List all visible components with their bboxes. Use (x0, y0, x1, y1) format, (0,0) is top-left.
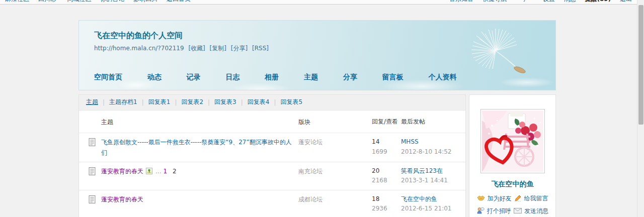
main-content: 主题 | 主题存档1 | 回复表1 | 回复表2 | 回复表3 | 回复表4 |… (78, 94, 556, 217)
table-row: 飞鱼原创散文-----最后一件救生衣-----祭奠蓬安“9、27”翻沉事故中的人… (79, 133, 465, 162)
topbar-notifications[interactable]: 提醒(89) (585, 0, 611, 3)
table-row: 蓬安教育的春天...12 南充论坛 20 2168 笑看风云123在 2013-… (79, 162, 465, 189)
say-hi-link[interactable]: 打个招呼 (487, 207, 511, 215)
rss-link[interactable]: [RSS] (252, 45, 269, 52)
add-friend-link[interactable]: 加为好友 (488, 194, 512, 203)
reply-count: 20 (372, 166, 401, 176)
topbar-logout[interactable]: 退出 (620, 0, 632, 3)
page-link[interactable]: 1 (163, 168, 167, 175)
space-url: http://home.mala.cn/?702119 (94, 45, 184, 52)
thread-title-link[interactable]: 飞鱼原创散文-----最后一件救生衣-----祭奠蓬安“9、27”翻沉事故中的人… (101, 139, 292, 156)
table-header: 主题 版块 回复/查看 最后发帖 (79, 111, 465, 133)
tab-replies-5[interactable]: 回复表5 (280, 98, 302, 106)
nav-space-home[interactable]: 空间首页 (94, 73, 122, 81)
profile-username: 飞在空中的鱼 (469, 180, 555, 189)
space-url-line: http://home.mala.cn/?702119 [收藏] [复制] [分… (94, 44, 269, 53)
page-title: 飞在空中的鱼的个人空间 (94, 31, 183, 41)
topbar-left-links: 麻辣社区 四川彩· 同城社区 你的言论 影响四川 返回首页 (5, 0, 198, 4)
table-row: 蓬安教育的春天 成都论坛 18 2936 飞在空中的鱼 2012-6-15 21… (79, 190, 465, 217)
leave-message-link[interactable]: 给我留言 (524, 194, 548, 203)
reply-count: 18 (372, 194, 401, 204)
view-count: 2936 (372, 205, 387, 212)
greeting-icon (476, 207, 485, 215)
header-last-post: 最后发帖 (401, 117, 465, 127)
topbar-misc[interactable]: 一子一 (516, 0, 534, 3)
profile-actions: 加为好友 给我留言 打个招呼 发送消息 (469, 194, 555, 215)
profile-photo[interactable] (480, 109, 545, 173)
thread-forum: 成都论坛 (298, 194, 372, 204)
tab-replies-1[interactable]: 回复表1 (148, 98, 171, 106)
envelope-icon (514, 208, 522, 215)
last-poster-link[interactable]: MHSS (401, 137, 465, 147)
last-poster-link[interactable]: 飞在空中的鱼 (401, 194, 465, 204)
threads-tabstrip: 主题 | 主题存档1 | 回复表1 | 回复表2 | 回复表3 | 回复表4 |… (79, 95, 465, 111)
tab-separator: | (208, 99, 210, 106)
header-topic: 主题 (101, 117, 298, 127)
topbar-link-slogan1[interactable]: 你的言论 (100, 0, 124, 3)
last-poster-link[interactable]: 笑看风云123在 (401, 166, 465, 176)
topbar-messages[interactable]: 消息 (564, 0, 576, 3)
nav-activity[interactable]: 动态 (147, 73, 162, 81)
topbar-link-mala[interactable]: 麻辣社区 (5, 0, 29, 3)
thread-title-link[interactable]: 蓬安教育的春天 (101, 168, 143, 175)
top-navigation-bar: 麻辣社区 四川彩· 同城社区 你的言论 影响四川 返回首页 音乐知音 快捷导航 … (0, 0, 637, 5)
tab-separator: | (103, 99, 105, 106)
topbar-link-city[interactable]: 同城社区 (67, 0, 91, 3)
page-link[interactable]: 2 (173, 168, 177, 175)
tab-archive-1[interactable]: 主题存档1 (109, 98, 137, 106)
tab-separator: | (241, 99, 243, 106)
send-message-link[interactable]: 发送消息 (524, 207, 548, 215)
handshake-icon (477, 195, 485, 203)
header-replies-views: 回复/查看 (372, 117, 401, 127)
tab-replies-4[interactable]: 回复表4 (248, 98, 270, 106)
space-navigation: 空间首页 动态 记录 日志 相册 主题 分享 留言板 个人资料 (94, 73, 480, 82)
copy-link[interactable]: [复制] (210, 45, 226, 52)
thread-forum: 南充论坛 (298, 166, 372, 176)
tab-separator: | (175, 99, 177, 106)
last-post-time: 2012-8-10 14:52 (401, 148, 452, 155)
tab-separator: | (142, 99, 144, 106)
topbar-right-links: 音乐知音 快捷导航 一子一 设置 消息 提醒(89) 退出 (442, 0, 632, 4)
nav-album[interactable]: 相册 (265, 73, 279, 81)
topbar-quick-nav[interactable]: 快捷导航 (482, 0, 507, 3)
last-post-time: 2013-3-1 14:41 (401, 177, 448, 184)
nav-guestbook[interactable]: 留言板 (382, 73, 404, 81)
thread-forum: 蓬安论坛 (298, 137, 372, 147)
nav-threads[interactable]: 主题 (304, 73, 318, 81)
share-link[interactable]: [分享] (231, 45, 248, 52)
favorite-link[interactable]: [收藏] (188, 45, 205, 52)
tab-replies-2[interactable]: 回复表2 (181, 98, 203, 106)
document-icon (79, 194, 101, 205)
topbar-link-home[interactable]: 返回首页 (167, 0, 191, 3)
pagination-ellipsis: ... (155, 168, 161, 175)
topbar-link-sichuan[interactable]: 四川彩· (38, 0, 58, 3)
view-count: 2168 (372, 177, 387, 184)
page-scrollbar[interactable] (637, 0, 644, 217)
nav-share[interactable]: 分享 (343, 73, 357, 81)
tab-replies-3[interactable]: 回复表3 (214, 98, 236, 106)
header-forum: 版块 (298, 117, 372, 127)
scrollbar-thumb[interactable] (638, 5, 643, 125)
topbar-link-slogan2[interactable]: 影响四川 (133, 0, 157, 3)
nav-profile[interactable]: 个人资料 (429, 73, 457, 81)
threads-panel: 主题 | 主题存档1 | 回复表1 | 回复表2 | 回复表3 | 回复表4 |… (78, 94, 466, 217)
topbar-settings[interactable]: 设置 (543, 0, 555, 3)
tab-separator: | (274, 99, 276, 106)
space-banner: 飞在空中的鱼的个人空间 http://home.mala.cn/?702119 … (78, 20, 556, 90)
document-icon (79, 137, 101, 148)
profile-panel: 飞在空中的鱼 加为好友 给我留言 打个招呼 发送消息 (469, 94, 556, 217)
thread-title-link[interactable]: 蓬安教育的春天 (101, 196, 143, 203)
nav-blog[interactable]: 日志 (225, 73, 239, 81)
tab-threads[interactable]: 主题 (86, 98, 98, 106)
pencil-icon (514, 195, 522, 203)
topbar-username[interactable]: 音乐知音 (449, 0, 473, 3)
image-attachment-icon (146, 167, 152, 177)
nav-records[interactable]: 记录 (187, 73, 201, 81)
last-post-time: 2012-6-15 21:01 (401, 205, 452, 212)
view-count: 1699 (372, 148, 387, 155)
reply-count: 14 (372, 137, 401, 147)
document-icon (79, 166, 101, 177)
